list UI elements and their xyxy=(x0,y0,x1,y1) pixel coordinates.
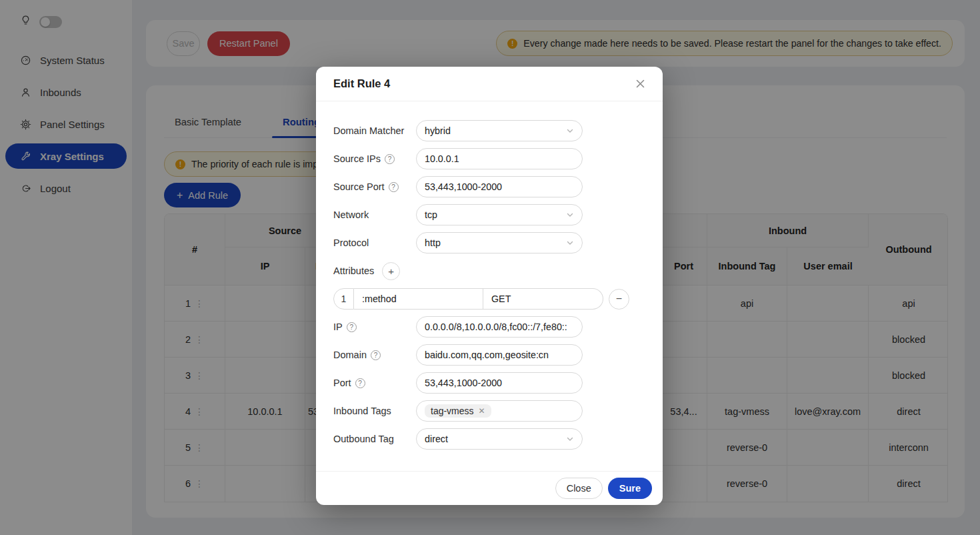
field-domain: Domain? xyxy=(333,344,645,366)
modal-title: Edit Rule 4 xyxy=(333,77,390,90)
add-attribute-button[interactable]: + xyxy=(382,262,400,280)
selected-value: http xyxy=(425,237,441,248)
attribute-value-wrap xyxy=(483,288,603,310)
xray-settings-page: System Status Inbounds Panel Settings Xr… xyxy=(0,0,980,535)
source-ips-input-wrap xyxy=(416,148,583,169)
port-input-wrap xyxy=(416,372,583,394)
ip-input[interactable] xyxy=(425,322,574,332)
domain-matcher-select[interactable]: hybrid xyxy=(416,120,583,141)
modal-sure-button[interactable]: Sure xyxy=(608,478,652,499)
field-label: Port xyxy=(333,378,351,388)
field-label: Source Port xyxy=(333,181,385,192)
chevron-down-icon xyxy=(566,211,574,219)
source-port-input-wrap xyxy=(416,176,583,197)
field-attributes: Attributes + xyxy=(333,260,645,282)
field-source-port: Source Port? xyxy=(333,176,645,197)
tag-chip: tag-vmess ✕ xyxy=(425,404,491,418)
selected-value: tcp xyxy=(425,209,437,220)
attribute-key-input[interactable] xyxy=(362,294,475,304)
protocol-select[interactable]: http xyxy=(416,232,583,253)
attribute-index: 1 xyxy=(333,288,354,310)
field-label: Attributes xyxy=(333,265,374,276)
field-ip: IP? xyxy=(333,316,645,338)
field-label: Source IPs xyxy=(333,153,381,164)
field-label: Inbound Tags xyxy=(333,406,416,416)
field-inbound-tags: Inbound Tags tag-vmess ✕ xyxy=(333,400,645,422)
chevron-down-icon xyxy=(566,127,574,135)
field-network: Network tcp xyxy=(333,204,645,225)
field-label: IP xyxy=(333,322,343,332)
edit-rule-modal: Edit Rule 4 Domain Matcher hybrid Source… xyxy=(316,67,663,505)
outbound-tag-select[interactable]: direct xyxy=(416,428,583,450)
network-select[interactable]: tcp xyxy=(416,204,583,225)
selected-value: direct xyxy=(425,434,448,444)
help-icon[interactable]: ? xyxy=(385,154,395,164)
help-icon[interactable]: ? xyxy=(371,350,381,360)
field-label: Outbound Tag xyxy=(333,434,416,444)
field-source-ips: Source IPs? xyxy=(333,148,645,169)
chevron-down-icon xyxy=(566,435,574,443)
field-domain-matcher: Domain Matcher hybrid xyxy=(333,120,645,141)
help-icon[interactable]: ? xyxy=(347,322,357,332)
modal-close-button[interactable]: Close xyxy=(555,478,603,499)
modal-header: Edit Rule 4 xyxy=(316,67,663,101)
modal-footer: Close Sure xyxy=(316,471,663,505)
field-label: Network xyxy=(333,209,416,220)
inbound-tags-select[interactable]: tag-vmess ✕ xyxy=(416,400,583,422)
modal-body: Domain Matcher hybrid Source IPs? Source… xyxy=(316,101,663,471)
field-label: Protocol xyxy=(333,237,416,248)
remove-tag-icon[interactable]: ✕ xyxy=(479,406,485,416)
help-icon[interactable]: ? xyxy=(355,378,365,388)
tag-chip-label: tag-vmess xyxy=(431,406,474,416)
attribute-key-wrap xyxy=(354,288,483,310)
field-port: Port? xyxy=(333,372,645,394)
source-port-input[interactable] xyxy=(425,181,574,192)
attribute-row: 1 − xyxy=(333,288,645,310)
port-input[interactable] xyxy=(425,378,574,388)
domain-input[interactable] xyxy=(425,350,574,360)
close-icon[interactable] xyxy=(635,79,645,89)
selected-value: hybrid xyxy=(425,125,451,136)
field-protocol: Protocol http xyxy=(333,232,645,253)
attribute-value-input[interactable] xyxy=(491,294,595,304)
field-outbound-tag: Outbound Tag direct xyxy=(333,428,645,450)
help-icon[interactable]: ? xyxy=(389,182,399,192)
field-label: Domain xyxy=(333,350,367,360)
field-label: Domain Matcher xyxy=(333,125,416,136)
ip-input-wrap xyxy=(416,316,583,338)
source-ips-input[interactable] xyxy=(425,153,574,164)
domain-input-wrap xyxy=(416,344,583,366)
chevron-down-icon xyxy=(566,239,574,247)
remove-attribute-button[interactable]: − xyxy=(609,289,629,310)
